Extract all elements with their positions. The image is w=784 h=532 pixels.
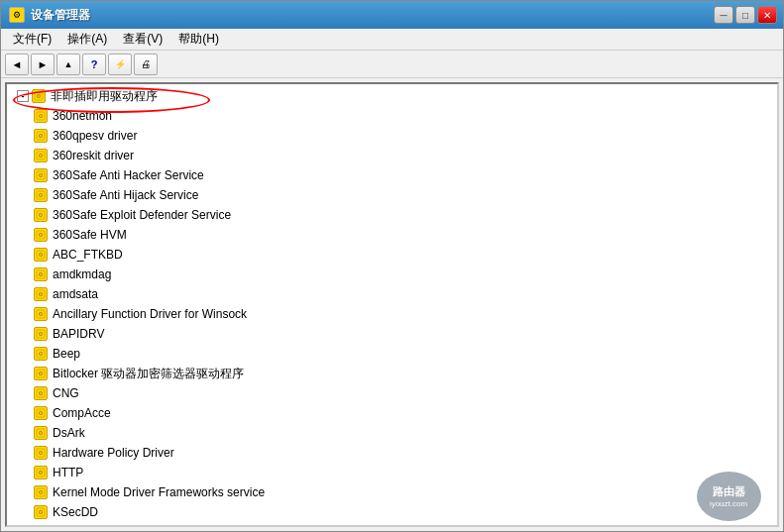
expand-icon[interactable]: - <box>17 90 29 102</box>
driver-icon <box>33 128 49 144</box>
window-title: 设备管理器 <box>31 7 90 24</box>
tree-item-item10[interactable]: amdsata <box>9 284 775 304</box>
driver-icon <box>33 326 49 342</box>
driver-icon <box>31 88 47 104</box>
print-button[interactable]: 🖨 <box>134 53 158 75</box>
tree-item-label: 360Safe Anti Hacker Service <box>53 168 204 182</box>
minimize-button[interactable]: ─ <box>714 6 733 24</box>
tree-item-item16[interactable]: CompAcce <box>9 403 775 423</box>
tree-item-item13[interactable]: Beep <box>9 344 775 364</box>
driver-icon-inner <box>34 386 48 400</box>
tree-item-item1[interactable]: 360netmon <box>9 106 775 126</box>
up-button[interactable]: ▲ <box>56 53 80 75</box>
tree-item-item3[interactable]: 360reskit driver <box>9 146 775 165</box>
tree-item-label: ABC_FTKBD <box>53 248 123 262</box>
tree-item-item5[interactable]: 360Safe Anti Hijack Service <box>9 185 775 205</box>
title-buttons: ─ □ ✕ <box>714 6 777 24</box>
svg-point-59 <box>40 472 42 474</box>
driver-icon <box>33 385 49 401</box>
tree-item-label: 360reskit driver <box>53 149 134 162</box>
toolbar: ◄ ► ▲ ? ⚡ 🖨 <box>1 51 783 78</box>
svg-point-44 <box>40 372 42 374</box>
svg-point-8 <box>40 135 42 137</box>
driver-icon-inner <box>34 466 48 479</box>
driver-icon <box>33 187 49 203</box>
driver-icon <box>33 247 49 263</box>
tree-item-label: 360qpesv driver <box>53 129 137 143</box>
tree-item-label: DsArk <box>53 426 85 440</box>
tree-item-item20[interactable]: Kernel Mode Driver Frameworks service <box>9 482 775 502</box>
svg-point-5 <box>40 115 42 117</box>
driver-icon-inner <box>34 485 48 499</box>
tree-item-item2[interactable]: 360qpesv driver <box>9 126 775 146</box>
back-button[interactable]: ◄ <box>5 53 29 75</box>
driver-icon-inner <box>34 168 48 182</box>
tree-item-item17[interactable]: DsArk <box>9 423 775 443</box>
tree-item-root[interactable]: -非即插即用驱动程序 <box>9 86 775 106</box>
svg-point-62 <box>40 491 42 493</box>
main-content: -非即插即用驱动程序360netmon360qpesv driver360res… <box>1 78 783 531</box>
tree-item-item7[interactable]: 360Safe HVM <box>9 225 775 245</box>
tree-item-label: 360Safe Exploit Defender Service <box>53 208 231 222</box>
svg-point-23 <box>40 234 42 236</box>
tree-item-label: CNG <box>53 386 79 400</box>
tree-item-item21[interactable]: KSecDD <box>9 502 775 522</box>
tree-item-label: 360netmon <box>53 109 112 123</box>
driver-icon-inner <box>34 307 48 321</box>
close-button[interactable]: ✕ <box>757 6 777 24</box>
tree-item-label: 360Safe HVM <box>53 228 127 242</box>
driver-icon <box>33 465 49 480</box>
menu-file[interactable]: 文件(F) <box>5 29 59 50</box>
tree-item-label: 360Safe Anti Hijack Service <box>53 188 198 202</box>
tree-item-label: Kernel Mode Driver Frameworks service <box>53 485 265 499</box>
properties-button[interactable]: ⚡ <box>108 53 132 75</box>
tree-item-label: CompAcce <box>53 406 111 420</box>
driver-icon-inner <box>34 248 48 262</box>
tree-item-item15[interactable]: CNG <box>9 383 775 403</box>
tree-item-label: amdsata <box>53 287 98 301</box>
tree-item-label: Bitlocker 驱动器加密筛选器驱动程序 <box>53 366 244 382</box>
tree-item-label: HTTP <box>53 466 83 479</box>
tree-panel[interactable]: -非即插即用驱动程序360netmon360qpesv driver360res… <box>5 82 779 527</box>
menu-help[interactable]: 帮助(H) <box>170 29 227 50</box>
tree-item-item6[interactable]: 360Safe Exploit Defender Service <box>9 205 775 225</box>
driver-icon <box>33 425 49 441</box>
tree-item-item9[interactable]: amdkmdag <box>9 265 775 284</box>
tree-item-item19[interactable]: HTTP <box>9 463 775 482</box>
svg-point-35 <box>40 313 42 315</box>
svg-point-20 <box>40 214 42 216</box>
driver-icon-inner <box>34 426 48 440</box>
driver-icon-inner <box>34 446 48 460</box>
driver-icon <box>33 306 49 322</box>
maximize-button[interactable]: □ <box>735 6 755 24</box>
help-button[interactable]: ? <box>82 53 106 75</box>
tree-item-label: KSecPkg <box>53 525 101 527</box>
tree-item-item8[interactable]: ABC_FTKBD <box>9 245 775 265</box>
driver-icon <box>33 207 49 223</box>
title-bar: ⚙ 设备管理器 ─ □ ✕ <box>1 1 783 29</box>
driver-icon <box>33 524 49 527</box>
driver-icon-inner <box>32 89 46 103</box>
tree-item-item22[interactable]: KSecPkg <box>9 522 775 527</box>
svg-point-11 <box>40 155 42 157</box>
tree-item-label: BAPIDRV <box>53 327 104 341</box>
driver-icon-inner <box>34 525 48 527</box>
tree-item-item11[interactable]: Ancillary Function Driver for Winsock <box>9 304 775 324</box>
menu-view[interactable]: 查看(V) <box>115 29 170 50</box>
driver-icon-inner <box>34 228 48 242</box>
tree-item-item14[interactable]: Bitlocker 驱动器加密筛选器驱动程序 <box>9 364 775 383</box>
svg-point-26 <box>40 254 42 256</box>
menu-action[interactable]: 操作(A) <box>59 29 115 50</box>
watermark: 路由器 iyouzt.com <box>694 472 763 521</box>
driver-icon-inner <box>34 129 48 143</box>
tree-item-label: Ancillary Function Driver for Winsock <box>53 307 247 321</box>
driver-icon <box>33 346 49 362</box>
menu-bar: 文件(F) 操作(A) 查看(V) 帮助(H) <box>1 29 783 51</box>
tree-item-label: Hardware Policy Driver <box>53 446 174 460</box>
tree-item-item12[interactable]: BAPIDRV <box>9 324 775 344</box>
driver-icon <box>33 504 49 520</box>
forward-button[interactable]: ► <box>31 53 55 75</box>
svg-point-53 <box>40 432 42 434</box>
tree-item-item18[interactable]: Hardware Policy Driver <box>9 443 775 463</box>
tree-item-item4[interactable]: 360Safe Anti Hacker Service <box>9 165 775 185</box>
